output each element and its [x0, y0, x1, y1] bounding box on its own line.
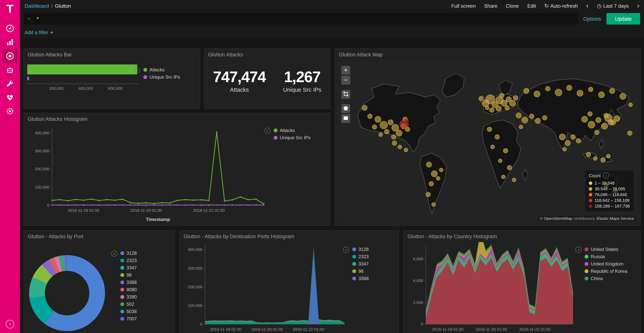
legend-item[interactable]: 3388 — [352, 276, 368, 281]
attack-bubble[interactable] — [392, 135, 396, 139]
fullscreen-button[interactable]: Full screen — [452, 3, 476, 9]
data-point[interactable] — [248, 204, 249, 206]
attack-bubble[interactable] — [606, 154, 610, 158]
series-area-United States[interactable] — [426, 258, 573, 324]
data-point[interactable] — [52, 200, 53, 201]
attack-bubble[interactable] — [598, 92, 604, 98]
attack-bubble[interactable] — [524, 88, 529, 94]
data-point[interactable] — [75, 199, 76, 200]
data-point[interactable] — [240, 196, 241, 198]
legend-item[interactable]: Attacks — [143, 67, 180, 73]
attack-bubble[interactable] — [436, 176, 440, 180]
attack-bubble[interactable] — [491, 145, 494, 149]
clone-button[interactable]: Clone — [506, 3, 519, 9]
attack-bubble[interactable] — [384, 129, 389, 134]
data-point[interactable] — [216, 204, 217, 206]
sidebar-item-management[interactable] — [2, 104, 18, 118]
attack-bubble[interactable] — [601, 158, 605, 162]
series-area-3388[interactable] — [205, 247, 344, 323]
data-point[interactable] — [83, 204, 84, 206]
legend-toggle[interactable]: › — [603, 173, 609, 179]
attack-bubble[interactable] — [588, 112, 592, 116]
country-histogram-chart[interactable]: 02,0004,0006,0002018-11-18 01:002018-11-… — [407, 242, 577, 333]
attack-bubble[interactable] — [610, 88, 615, 94]
attack-bubble[interactable] — [594, 157, 597, 160]
data-point[interactable] — [59, 199, 60, 200]
attack-bubble[interactable] — [404, 148, 408, 152]
attack-bubble[interactable] — [586, 152, 591, 157]
attack-bubble[interactable] — [576, 139, 581, 143]
attack-bubble[interactable] — [512, 178, 516, 182]
legend-item[interactable]: 3128 — [120, 250, 137, 256]
data-point[interactable] — [98, 200, 100, 201]
attack-map[interactable]: + − — [338, 62, 638, 223]
attack-bubble[interactable] — [501, 100, 507, 106]
attack-bubble[interactable] — [503, 148, 508, 153]
legend-toggle[interactable]: › — [264, 128, 271, 134]
attack-bubble[interactable] — [530, 114, 534, 119]
data-point[interactable] — [138, 204, 139, 206]
attack-bubble[interactable] — [629, 103, 632, 107]
attack-bubble[interactable] — [507, 165, 512, 170]
options-link[interactable]: Options — [583, 16, 601, 22]
data-point[interactable] — [240, 204, 241, 206]
attack-bubble[interactable] — [429, 181, 434, 186]
legend-item[interactable]: 8080 — [120, 287, 137, 292]
legend-item[interactable]: 3388 — [120, 280, 137, 285]
openstreetmap-link[interactable]: OpenStreetMap — [544, 216, 572, 221]
legend-item[interactable]: Republic of Korea — [584, 268, 627, 274]
ports-histogram-chart[interactable]: 0100,000200,000300,000400,0002018-11-18 … — [183, 242, 348, 333]
data-point[interactable] — [216, 131, 217, 133]
attack-bubble[interactable] — [602, 123, 608, 129]
attack-bubble[interactable] — [405, 119, 409, 123]
attack-bubble[interactable] — [588, 121, 595, 128]
attack-bubble[interactable] — [505, 106, 510, 110]
attack-bubble[interactable] — [396, 130, 402, 136]
elastic-maps-link[interactable]: Elastic Maps Service — [597, 216, 634, 221]
data-point[interactable] — [75, 204, 76, 206]
attack-bubble[interactable] — [594, 130, 599, 135]
data-point[interactable] — [114, 199, 116, 201]
legend-toggle[interactable]: › — [111, 250, 117, 257]
data-point[interactable] — [263, 204, 264, 206]
time-back-chevron[interactable]: ‹ — [586, 4, 588, 8]
attack-bubble[interactable] — [388, 120, 393, 125]
data-point[interactable] — [224, 204, 225, 206]
attack-bubble[interactable] — [546, 86, 550, 91]
search-input[interactable]: >_ * — [24, 13, 578, 25]
attack-bubble[interactable] — [566, 85, 572, 91]
data-point[interactable] — [106, 204, 108, 206]
data-point[interactable] — [146, 204, 147, 206]
series-area-3347[interactable] — [205, 248, 344, 323]
data-point[interactable] — [224, 200, 225, 202]
attack-bubble[interactable] — [565, 140, 570, 146]
legend-item[interactable]: 3390 — [120, 294, 137, 300]
data-point[interactable] — [200, 204, 202, 206]
legend-item[interactable]: 7007 — [120, 316, 137, 321]
share-button[interactable]: Share — [484, 3, 498, 9]
time-range-picker[interactable]: ◷Last 7 days — [597, 3, 629, 9]
data-point[interactable] — [161, 202, 162, 203]
time-forward-chevron[interactable]: › — [637, 4, 640, 8]
attack-bubble[interactable] — [479, 96, 484, 101]
data-point[interactable] — [185, 204, 186, 206]
attack-bubble[interactable] — [502, 175, 505, 179]
data-point[interactable] — [59, 204, 60, 206]
attack-bubble[interactable] — [490, 108, 494, 112]
attack-bubble[interactable] — [510, 100, 516, 106]
legend-item[interactable]: 5038 — [120, 309, 137, 314]
legend-toggle[interactable]: › — [134, 67, 140, 73]
legend-item[interactable]: 1 – 39,548 — [589, 181, 630, 185]
attack-bubble[interactable] — [500, 93, 504, 98]
legend-item[interactable]: 98 — [352, 268, 368, 274]
attack-bubble[interactable] — [375, 116, 381, 122]
data-point[interactable] — [192, 204, 194, 206]
legend-toggle[interactable]: › — [576, 247, 582, 253]
attack-bubble[interactable] — [577, 90, 583, 96]
update-button[interactable]: Update — [606, 13, 640, 25]
legend-item[interactable]: 79,095 – 118,642 — [589, 192, 630, 197]
attack-bubble[interactable] — [431, 171, 438, 177]
attack-bubble[interactable] — [426, 162, 432, 167]
data-point[interactable] — [185, 199, 186, 200]
attack-bubble[interactable] — [496, 106, 502, 111]
